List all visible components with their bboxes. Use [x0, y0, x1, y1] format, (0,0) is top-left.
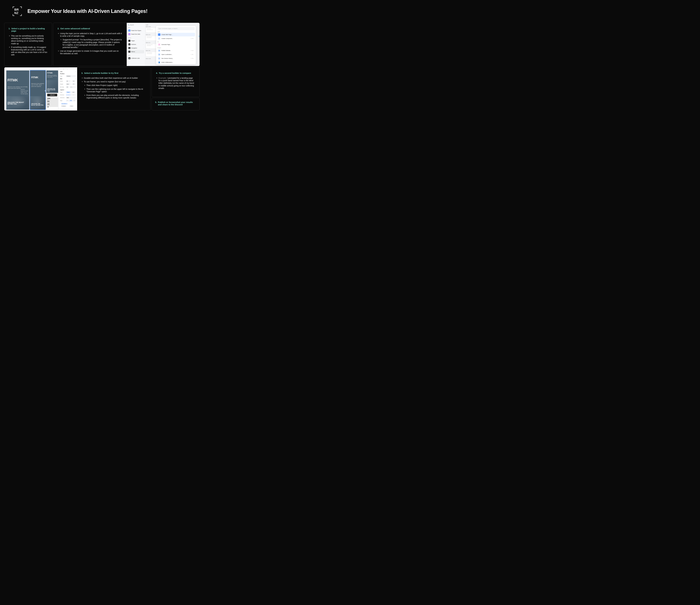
search-input[interactable]: 🔍 Search	[128, 24, 144, 26]
headline-text: UNLEASH THE BEAST WITHIN YOU.	[31, 103, 44, 106]
step-3-title: 3. Select a website builder to try first	[81, 72, 146, 74]
palette-item-generate-page[interactable]: ✦Generate Page...	[157, 43, 195, 46]
theme-label: Light	[146, 24, 157, 25]
headline-text: UNLEASH THE BEAST WITHIN YOU.	[46, 88, 58, 92]
canvas-phone-frame[interactable]: ◻ Phone × FITMK Welcome to the rebelliou…	[46, 70, 58, 110]
minmax-input[interactable]: Add...	[70, 86, 76, 88]
layout-stack-button[interactable]: Stack	[66, 91, 71, 93]
chevron-right-icon: ›	[143, 40, 144, 42]
canvas-desktop-frame[interactable]: ◻ Desktop × FITMK Welcome to the rebelli…	[6, 70, 29, 110]
tool-icon[interactable]: ⚲	[67, 68, 68, 70]
field-label: Direction	[60, 94, 65, 96]
step-3-bullet: To use framer, you need to register (but…	[81, 80, 146, 99]
sidebar-item-pages[interactable]: ▪Pages›	[128, 39, 144, 43]
direction-vertical-button[interactable]: ↕	[71, 94, 76, 96]
menu-preview	[146, 36, 157, 41]
lock-icon[interactable]: ⊞	[66, 86, 69, 88]
collection-icon: ▣	[128, 57, 130, 59]
height-unit-select[interactable]: Fit	[72, 83, 76, 85]
chevron-right-icon: ›	[143, 44, 144, 45]
shortcut-label: ⇧ ⌘ P	[191, 50, 194, 51]
plus-icon[interactable]: +	[75, 78, 76, 79]
tool-icon[interactable]: ▭	[59, 68, 61, 70]
globe-icon: ⊕	[128, 33, 130, 35]
step-3-subbullet: From there you can play around with the …	[84, 94, 146, 99]
palette-item-localization[interactable]: ⊕Open Localization...⇧ ⌘ L	[157, 53, 195, 56]
variant-pill[interactable]: Fixed	[70, 105, 74, 107]
tool-icon[interactable]: ≡	[61, 68, 62, 70]
sidebar-heading-cms: CMS	[128, 55, 144, 56]
hero-image: UNLEASH THE BEAST WITHIN YOU.	[46, 80, 58, 93]
align-end-button[interactable]: ⊣	[73, 100, 76, 101]
globe-icon: ⊕	[158, 53, 160, 55]
sidebar-item-paste-figma[interactable]: ▦ Paste from Figma	[128, 29, 144, 32]
plus-icon: +	[158, 33, 160, 36]
tagline-text: Welcome to the rebellious roar of FITMK,…	[31, 83, 44, 87]
inspector-section-size: Size+	[59, 78, 77, 80]
height-input[interactable]: Auto	[66, 83, 71, 85]
palette-item-create-component[interactable]: +Create Component...⌥ ⌘ K	[157, 37, 195, 40]
step-1-bullet: If something totally made up, I'd sugges…	[8, 46, 48, 56]
align-start-button[interactable]: ⊦	[66, 100, 69, 101]
inspector-section-link: Link+	[59, 70, 77, 73]
sidebar-item-paste-web[interactable]: ⊕ Paste from Web	[128, 32, 144, 36]
palette-item-publish[interactable]: ⊕Publish Website⇧ ⌘ P	[157, 49, 195, 52]
shortcut-label: ⇧ ⌘ L	[191, 54, 194, 55]
step-3-card: ◻ Desktop × FITMK Welcome to the rebelli…	[4, 67, 150, 111]
person-icon: 👤	[158, 61, 160, 64]
shortcut-label: ⌥ ⌘ K	[190, 38, 194, 39]
sidebar-item-collection-lists[interactable]: ▣Collection Lists	[128, 56, 144, 60]
command-palette: Type / to browse pages, or search... Sta…	[156, 26, 196, 65]
sidebar-item-sections[interactable]: ▬Sections›	[128, 43, 144, 46]
tool-icon[interactable]: ⋯	[69, 68, 70, 70]
palette-item-invite[interactable]: 👤Invite Collaborators...	[157, 60, 195, 64]
plus-icon[interactable]: +	[75, 71, 76, 72]
step-4-card: 4. Try a second builder to compare Examp…	[152, 67, 200, 97]
width-unit-select[interactable]: Fill	[72, 80, 76, 82]
brand-text: FITMK	[46, 70, 58, 74]
join-button[interactable]: JOIN US	[47, 94, 57, 96]
step-4-title: 4. Try a second builder to compare	[156, 72, 195, 74]
sidebar-item-menus[interactable]: ☰Menus›	[128, 50, 144, 53]
svg-text:BR: BR	[14, 8, 19, 11]
step-2-subbullet: Suggested prompt: “I'm launching a proje…	[60, 39, 122, 49]
step-1-bullet: This can be something you're actively wo…	[8, 34, 48, 45]
step-4-bullet: Example: I prompted for a landing page f…	[156, 77, 195, 90]
insert-badge[interactable]: nt+	[198, 35, 200, 38]
field-label: Min Max	[60, 87, 65, 88]
field-label: Height	[60, 83, 65, 85]
direction-horizontal-button[interactable]: ↔	[66, 94, 71, 96]
step-3-subbullet: Then click New Project (upper right)	[84, 84, 146, 87]
variant-pill[interactable]: Collapse	[61, 105, 66, 107]
layout-grid-button[interactable]: Grid	[71, 91, 76, 93]
width-input[interactable]: 1fr	[66, 80, 71, 82]
sidebar-item-navigation[interactable]: ▤Navigation›	[128, 46, 144, 50]
inspector-panel: ▭ ≡ ⊞ T ⚲ ⋯ Link+ Position TypeRelative …	[59, 67, 77, 111]
info-icon: ⓘ	[64, 89, 65, 91]
tool-icon[interactable]: ⊞	[63, 68, 64, 70]
sparkle-icon: ✦	[158, 43, 160, 46]
variant-pill[interactable]: Accordion 1	[61, 103, 68, 104]
field-label: Distribute	[60, 97, 65, 98]
palette-item-create-web-page[interactable]: +Create Web Page...	[157, 33, 195, 37]
brnz-logo: BR NZ	[12, 6, 22, 16]
step-1-card: 1. Select a project to build a landing p…	[4, 23, 52, 66]
align-center-button[interactable]: ⊣⊢	[69, 100, 72, 101]
tool-icon[interactable]: T	[65, 68, 66, 70]
palette-item-version-history[interactable]: ◷See Version History...⇧ ⌘ H	[157, 56, 195, 60]
palette-heading-start: Start	[157, 31, 195, 32]
menus-icon: ☰	[128, 51, 130, 53]
inspector-section-layout: Layout ⓘ	[59, 89, 77, 91]
canvas-tablet-frame[interactable]: ◻ Tablet × FITMK Welcome to the rebellio…	[30, 70, 46, 110]
skeleton-label: Menu Re	[146, 50, 157, 51]
step-2-bullet: Using the topic you've selected in Step …	[57, 32, 122, 49]
distribute-select[interactable]: Start	[66, 97, 76, 99]
palette-search-input[interactable]: Type / to browse pages, or search...	[157, 27, 195, 30]
sections-icon: ▬	[128, 43, 130, 45]
svg-text:NZ: NZ	[14, 11, 18, 15]
navigation-icon: ▤	[128, 47, 130, 49]
selection-handle[interactable]	[45, 90, 46, 92]
clock-icon: ◷	[158, 57, 160, 59]
position-type-select[interactable]: Relative	[66, 75, 76, 77]
step-1-title: 1. Select a project to build a landing p…	[8, 27, 48, 32]
